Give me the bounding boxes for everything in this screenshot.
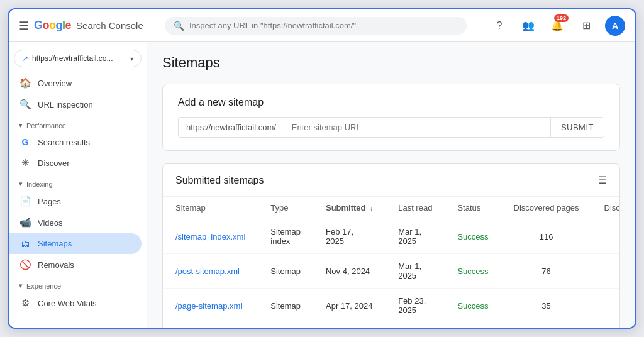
- cell-status: Success: [445, 219, 501, 254]
- col-discovered-pages: Discovered pages: [501, 197, 592, 219]
- col-submitted[interactable]: Submitted ↓: [313, 197, 386, 219]
- notification-button[interactable]: 🔔 192: [547, 16, 567, 36]
- sidebar-item-label: Discover: [38, 158, 70, 168]
- cell-discovered-videos: 0: [592, 219, 619, 254]
- cell-type: Sitemap: [258, 254, 313, 289]
- sidebar-item-label: URL inspection: [38, 100, 93, 109]
- col-discovered-videos: Discovered videos: [592, 197, 619, 219]
- section-label: Indexing: [26, 180, 53, 188]
- sidebar-item-videos[interactable]: 📹 Videos: [9, 212, 142, 233]
- cell-discovered-videos: 0: [592, 254, 619, 289]
- page-title: Sitemaps: [162, 55, 620, 71]
- cell-status: Success: [445, 254, 501, 289]
- submitted-sitemaps-card: Submitted sitemaps ☰ Sitemap Type Submit…: [162, 163, 620, 328]
- add-sitemap-title: Add a new sitemap: [178, 97, 604, 108]
- sidebar-item-core-web-vitals[interactable]: ⚙ Core Web Vitals: [9, 292, 142, 314]
- cell-discovered-videos: 0: [592, 323, 619, 328]
- cell-discovered-pages: 76: [501, 254, 592, 289]
- cell-last-read: Feb 23, 2025: [386, 289, 445, 323]
- cell-submitted: Jan 25, 2024: [313, 323, 386, 328]
- pages-icon: 📄: [19, 196, 31, 207]
- sidebar-item-label: Search results: [38, 138, 90, 147]
- filter-icon[interactable]: ☰: [598, 174, 607, 186]
- sidebar-item-label: Sitemaps: [38, 239, 72, 248]
- sidebar-item-sitemaps[interactable]: 🗂 Sitemaps: [9, 233, 142, 254]
- sitemap-url-input[interactable]: [284, 118, 550, 137]
- section-indexing: ▾ Indexing: [9, 174, 147, 191]
- discover-icon: ✳: [19, 157, 31, 168]
- cell-discovered-pages: 35: [501, 289, 592, 323]
- sitemaps-icon: 🗂: [19, 238, 31, 249]
- sidebar-item-pages[interactable]: 📄 Pages: [9, 191, 142, 212]
- cell-type: Sitemap index: [258, 219, 313, 254]
- sidebar-item-search-results[interactable]: G Search results: [9, 132, 142, 152]
- removals-icon: 🚫: [19, 259, 31, 270]
- table-row: /post-sitemap.xml Sitemap Nov 4, 2024 Ma…: [163, 254, 619, 289]
- sidebar-item-removals[interactable]: 🚫 Removals: [9, 254, 142, 275]
- topbar: ☰ Google Search Console 🔍 ? 👥 🔔 192 ⊞: [9, 9, 635, 42]
- sidebar-item-label: Pages: [38, 197, 61, 206]
- submit-button[interactable]: SUBMIT: [550, 118, 604, 137]
- section-experience: ▾ Experience: [9, 275, 147, 292]
- cell-type: Sitemap: [258, 289, 313, 323]
- table-row: /category-sitemap.xml Sitemap Jan 25, 20…: [163, 323, 619, 328]
- url-selector[interactable]: ↗ https://newtraffictail.co... ▾: [14, 50, 142, 67]
- cell-sitemap: /page-sitemap.xml: [163, 289, 258, 323]
- sitemap-input-row: https://newtraffictail.com/ SUBMIT: [178, 117, 604, 138]
- browser-frame: ☰ Google Search Console 🔍 ? 👥 🔔 192 ⊞: [8, 8, 636, 329]
- url-text: https://newtraffictail.co...: [32, 54, 126, 63]
- cell-status: Success: [445, 289, 501, 323]
- sidebar-nav: 🏠 Overview 🔍 URL inspection ▾ Performanc…: [9, 70, 147, 316]
- google-logo: Google: [34, 19, 71, 32]
- chevron-down-icon: ▾: [130, 55, 133, 62]
- help-icon: ?: [497, 20, 502, 31]
- sidebar-item-overview[interactable]: 🏠 Overview: [9, 72, 142, 94]
- search-icon: 🔍: [174, 21, 184, 31]
- table-row: /sitemap_index.xml Sitemap index Feb 17,…: [163, 219, 619, 254]
- sidebar: ↗ https://newtraffictail.co... ▾ 🏠 Overv…: [9, 42, 147, 328]
- grid-button[interactable]: ⊞: [576, 16, 596, 36]
- app-title: Search Console: [76, 20, 143, 31]
- sidebar-item-url-inspection[interactable]: 🔍 URL inspection: [9, 94, 142, 115]
- sidebar-item-label: Core Web Vitals: [38, 299, 96, 308]
- arrow-icon: ▾: [19, 282, 23, 290]
- search-input[interactable]: [189, 21, 458, 30]
- avatar[interactable]: A: [605, 16, 625, 36]
- sitemaps-table-wrap: Sitemap Type Submitted ↓ Last read Statu…: [163, 197, 619, 328]
- cell-status: Success: [445, 323, 501, 328]
- topbar-right: ? 👥 🔔 192 ⊞ A: [489, 16, 625, 36]
- google-g-icon: G: [19, 137, 31, 147]
- cell-discovered-videos: 0: [592, 289, 619, 323]
- cell-last-read: Feb 24, 2025: [386, 323, 445, 328]
- sidebar-item-label: Removals: [38, 260, 74, 270]
- cell-discovered-pages: 5: [501, 323, 592, 328]
- url-icon: ↗: [22, 54, 28, 63]
- sitemap-url-prefix: https://newtraffictail.com/: [179, 118, 284, 137]
- cell-submitted: Apr 17, 2024: [313, 289, 386, 323]
- section-performance: ▾ Performance: [9, 115, 147, 132]
- help-button[interactable]: ?: [489, 16, 509, 36]
- cell-last-read: Mar 1, 2025: [386, 219, 445, 254]
- col-status: Status: [445, 197, 501, 219]
- section-label: Experience: [26, 282, 61, 290]
- user-manage-button[interactable]: 👥: [518, 16, 538, 36]
- table-row: /page-sitemap.xml Sitemap Apr 17, 2024 F…: [163, 289, 619, 323]
- search-bar[interactable]: 🔍: [165, 17, 467, 35]
- notification-badge: 192: [554, 14, 569, 22]
- user-manage-icon: 👥: [522, 19, 535, 31]
- vitals-icon: ⚙: [19, 297, 31, 309]
- home-icon: 🏠: [19, 77, 31, 89]
- submitted-title: Submitted sitemaps: [175, 175, 264, 186]
- col-sitemap: Sitemap: [163, 197, 258, 219]
- sidebar-item-label: Videos: [38, 218, 63, 228]
- hamburger-icon[interactable]: ☰: [19, 19, 29, 33]
- sidebar-item-label: Overview: [38, 79, 72, 88]
- sidebar-item-discover[interactable]: ✳ Discover: [9, 152, 142, 174]
- arrow-icon: ▾: [19, 121, 23, 130]
- cell-submitted: Feb 17, 2025: [313, 219, 386, 254]
- sitemaps-table: Sitemap Type Submitted ↓ Last read Statu…: [163, 197, 619, 328]
- main-layout: ↗ https://newtraffictail.co... ▾ 🏠 Overv…: [9, 42, 635, 328]
- col-type: Type: [258, 197, 313, 219]
- section-label: Performance: [26, 122, 66, 130]
- grid-icon: ⊞: [582, 19, 591, 31]
